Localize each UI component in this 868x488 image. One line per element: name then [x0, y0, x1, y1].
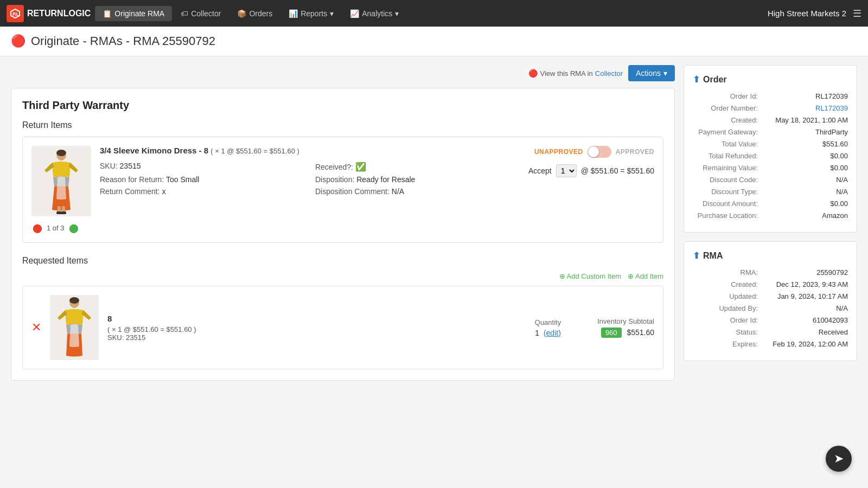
order-field-10-label: Purchase Location:	[693, 211, 758, 220]
req-item-detail: ( × 1 @ $551.60 = $551.60 )	[107, 325, 518, 333]
nav-item-analytics[interactable]: 📈 Analytics ▾	[342, 6, 406, 21]
comment-value: x	[162, 187, 165, 196]
item-right: UNAPPROVED APPROVED Accept 1 2 3	[528, 146, 654, 177]
order-field-3: Payment Gateway: ThirdParty	[693, 128, 848, 136]
req-qty-section: Quantity 1 (edit)	[526, 318, 570, 337]
rma-field-1-label: Created:	[693, 280, 758, 288]
comment-row: Return Comment: x	[100, 187, 304, 196]
inv-badge: 960	[601, 328, 622, 338]
nav-item-originate-rma-label: Originate RMA	[114, 9, 164, 18]
rma-info-icon: 🔴	[528, 69, 538, 78]
rma-field-3-value: N/A	[836, 304, 848, 312]
return-items-title: Return Items	[22, 120, 663, 130]
order-panel: ⬆ Order Order Id: RL172039 Order Number:…	[684, 65, 857, 233]
rma-panel-icon: ⬆	[693, 251, 700, 261]
order-field-6: Remaining Value: $0.00	[693, 164, 848, 172]
nav-item-orders-label: Orders	[249, 9, 272, 18]
item-details: 3/4 Sleeve Kimono Dress - 8 ( × 1 @ $551…	[100, 146, 520, 196]
order-field-1-value: RL172039	[815, 104, 848, 112]
add-item-link[interactable]: ⊕ Add Item	[628, 272, 663, 280]
toggle-switch[interactable]	[588, 146, 611, 158]
order-field-2-value: May 18, 2021, 1:00 AM	[775, 116, 848, 124]
qty-number: 1	[535, 329, 539, 337]
rma-field-0-label: RMA:	[693, 268, 758, 277]
comment-label: Return Comment:	[100, 187, 159, 196]
req-inv-section: Inventory Subtotal 960 $551.60	[578, 317, 654, 338]
order-field-9-label: Discount Amount:	[693, 200, 758, 208]
order-field-7-label: Discount Code:	[693, 176, 758, 184]
nav-item-reports-label: Reports	[301, 9, 327, 18]
req-sku-value: 23515	[126, 333, 145, 342]
nav-item-collector[interactable]: 🏷 Collector	[173, 6, 228, 21]
remove-item-button[interactable]: ✕	[31, 320, 41, 335]
rma-field-0: RMA: 25590792	[693, 268, 848, 277]
order-field-4: Total Value: $551.60	[693, 140, 848, 148]
order-field-6-label: Remaining Value:	[693, 164, 758, 172]
order-field-4-value: $551.60	[822, 140, 848, 148]
req-item-details: 8 ( × 1 @ $551.60 = $551.60 ) SKU: 23515	[107, 314, 518, 342]
disposition-comment-value: N/A	[392, 187, 404, 196]
order-field-0-label: Order Id:	[693, 92, 758, 100]
approved-label: APPROVED	[616, 148, 654, 156]
req-item-sku: SKU: 23515	[107, 333, 518, 342]
hamburger-icon[interactable]: ☰	[853, 8, 861, 20]
side-panel: ⬆ Order Order Id: RL172039 Order Number:…	[684, 65, 857, 389]
rma-field-5-value: Received	[819, 328, 848, 336]
received-row: Received?: ✅	[315, 162, 520, 172]
req-inv-label: Inventory Subtotal	[578, 317, 654, 325]
accept-row: Accept 1 2 3 @ $551.60 = $551.60	[528, 164, 654, 177]
actions-button[interactable]: Actions ▾	[628, 65, 675, 81]
brand[interactable]: RL RETURNLOGIC	[7, 5, 91, 22]
order-field-6-value: $0.00	[830, 164, 848, 172]
rma-field-4-value: 610042093	[813, 316, 848, 324]
add-custom-item-link[interactable]: ⊕ Add Custom Item	[559, 272, 621, 280]
order-field-5: Total Refunded: $0.00	[693, 152, 848, 160]
order-field-4-label: Total Value:	[693, 140, 758, 148]
rma-field-2-label: Updated:	[693, 292, 758, 300]
order-field-0: Order Id: RL172039	[693, 92, 848, 100]
approval-toggle[interactable]: UNAPPROVED APPROVED	[534, 146, 654, 158]
sku-row: SKU: 23515	[100, 162, 304, 172]
order-number-link[interactable]: RL172039	[815, 104, 848, 112]
nav-item-originate-rma[interactable]: 📋 Originate RMA	[95, 6, 172, 21]
nav-right: High Street Markets 2 ☰	[768, 8, 861, 20]
main-card: Third Party Warranty Return Items	[11, 88, 675, 381]
rma-fields: RMA: 25590792 Created: Dec 12, 2023, 9:4…	[693, 268, 848, 348]
add-custom-icon: ⊕	[559, 272, 565, 280]
req-sku-label: SKU:	[107, 333, 124, 342]
requested-header: ⊕ Add Custom Item ⊕ Add Item	[22, 272, 663, 280]
req-qty-value: 1 (edit)	[526, 329, 570, 337]
nav-item-reports[interactable]: 📊 Reports ▾	[281, 6, 341, 21]
received-label: Received?:	[315, 163, 353, 171]
rma-field-1: Created: Dec 12, 2023, 9:43 AM	[693, 280, 848, 288]
qty-edit-link[interactable]: (edit)	[544, 329, 561, 337]
nav-items: 📋 Originate RMA 🏷 Collector 📦 Orders 📊 R…	[95, 6, 768, 21]
received-check-icon: ✅	[355, 162, 366, 171]
page-title: Originate - RMAs - RMA 25590792	[31, 34, 215, 48]
rma-field-0-value: 25590792	[816, 268, 848, 277]
item-name: 3/4 Sleeve Kimono Dress - 8 ( × 1 @ $551…	[100, 146, 520, 155]
originate-rma-icon: 📋	[103, 9, 112, 18]
order-fields: Order Id: RL172039 Order Number: RL17203…	[693, 92, 848, 220]
collector-link[interactable]: Collector	[595, 69, 623, 78]
rma-field-6-label: Expires:	[693, 340, 758, 348]
inv-value: $551.60	[627, 328, 654, 337]
store-name: High Street Markets 2	[768, 9, 846, 18]
next-item-button[interactable]: ⬤	[68, 222, 80, 234]
toolbar: 🔴 View this RMA in Collector Actions ▾	[11, 65, 675, 81]
order-field-10-value: Amazon	[822, 211, 848, 220]
svg-point-11	[69, 297, 79, 304]
rma-field-4: Order Id: 610042093	[693, 316, 848, 324]
nav-item-orders[interactable]: 📦 Orders	[229, 6, 280, 21]
page-header: 🔴 Originate - RMAs - RMA 25590792	[0, 27, 868, 56]
order-field-7: Discount Code: N/A	[693, 176, 848, 184]
order-panel-title-text: Order	[703, 75, 727, 85]
nav-item-collector-label: Collector	[191, 9, 221, 18]
accept-qty-select[interactable]: 1 2 3	[556, 164, 577, 177]
rma-field-6: Expires: Feb 19, 2024, 12:00 AM	[693, 340, 848, 348]
prev-item-button[interactable]: ⬤	[31, 222, 43, 234]
item-image-placeholder	[31, 146, 91, 216]
actions-button-label: Actions	[636, 69, 661, 78]
disposition-comment-label: Disposition Comment:	[315, 187, 390, 196]
item-meta-grid: SKU: 23515 Received?: ✅ Reason for Retur…	[100, 162, 520, 196]
